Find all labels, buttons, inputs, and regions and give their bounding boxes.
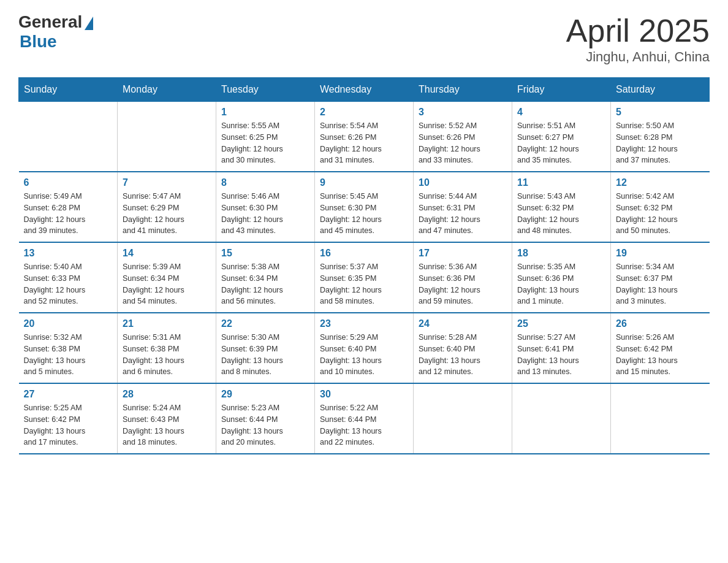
- day-info: Sunrise: 5:43 AM Sunset: 6:32 PM Dayligh…: [517, 191, 605, 237]
- day-number: 17: [419, 248, 507, 259]
- calendar-cell: 13Sunrise: 5:40 AM Sunset: 6:33 PM Dayli…: [19, 242, 118, 313]
- calendar-cell: 6Sunrise: 5:49 AM Sunset: 6:28 PM Daylig…: [19, 172, 118, 242]
- calendar-cell: 3Sunrise: 5:52 AM Sunset: 6:26 PM Daylig…: [414, 102, 512, 172]
- day-number: 13: [24, 248, 113, 259]
- day-number: 24: [419, 318, 507, 329]
- calendar-cell: 24Sunrise: 5:28 AM Sunset: 6:40 PM Dayli…: [414, 313, 512, 383]
- day-info: Sunrise: 5:24 AM Sunset: 6:43 PM Dayligh…: [123, 402, 211, 448]
- day-number: 27: [24, 389, 113, 400]
- day-info: Sunrise: 5:30 AM Sunset: 6:39 PM Dayligh…: [221, 332, 309, 378]
- weekday-header-thursday: Thursday: [414, 78, 512, 102]
- day-number: 1: [221, 107, 309, 118]
- calendar-cell: 16Sunrise: 5:37 AM Sunset: 6:35 PM Dayli…: [315, 242, 414, 313]
- calendar-cell: [414, 383, 512, 454]
- day-number: 30: [320, 389, 408, 400]
- day-info: Sunrise: 5:55 AM Sunset: 6:25 PM Dayligh…: [221, 120, 309, 166]
- day-number: 21: [123, 318, 211, 329]
- day-info: Sunrise: 5:44 AM Sunset: 6:31 PM Dayligh…: [419, 191, 507, 237]
- calendar-cell: 23Sunrise: 5:29 AM Sunset: 6:40 PM Dayli…: [315, 313, 414, 383]
- day-info: Sunrise: 5:31 AM Sunset: 6:38 PM Dayligh…: [123, 332, 211, 378]
- day-number: 8: [221, 177, 309, 188]
- calendar-cell: 5Sunrise: 5:50 AM Sunset: 6:28 PM Daylig…: [611, 102, 710, 172]
- day-number: 6: [24, 177, 113, 188]
- day-number: 5: [616, 107, 705, 118]
- day-info: Sunrise: 5:29 AM Sunset: 6:40 PM Dayligh…: [320, 332, 408, 378]
- day-number: 12: [616, 177, 705, 188]
- day-info: Sunrise: 5:46 AM Sunset: 6:30 PM Dayligh…: [221, 191, 309, 237]
- day-number: 4: [517, 107, 605, 118]
- day-number: 20: [24, 318, 113, 329]
- day-number: 26: [616, 318, 705, 329]
- calendar-cell: 17Sunrise: 5:36 AM Sunset: 6:36 PM Dayli…: [414, 242, 512, 313]
- weekday-header-sunday: Sunday: [19, 78, 118, 102]
- calendar-body: 1Sunrise: 5:55 AM Sunset: 6:25 PM Daylig…: [19, 102, 710, 454]
- calendar-cell: 21Sunrise: 5:31 AM Sunset: 6:38 PM Dayli…: [118, 313, 216, 383]
- calendar-cell: 7Sunrise: 5:47 AM Sunset: 6:29 PM Daylig…: [118, 172, 216, 242]
- calendar-week-row: 20Sunrise: 5:32 AM Sunset: 6:38 PM Dayli…: [19, 313, 710, 383]
- day-info: Sunrise: 5:40 AM Sunset: 6:33 PM Dayligh…: [24, 261, 113, 307]
- calendar-cell: 1Sunrise: 5:55 AM Sunset: 6:25 PM Daylig…: [216, 102, 315, 172]
- calendar-table: SundayMondayTuesdayWednesdayThursdayFrid…: [18, 77, 710, 454]
- weekday-header-friday: Friday: [512, 78, 611, 102]
- day-info: Sunrise: 5:28 AM Sunset: 6:40 PM Dayligh…: [419, 332, 507, 378]
- day-info: Sunrise: 5:45 AM Sunset: 6:30 PM Dayligh…: [320, 191, 408, 237]
- day-info: Sunrise: 5:52 AM Sunset: 6:26 PM Dayligh…: [419, 120, 507, 166]
- day-info: Sunrise: 5:37 AM Sunset: 6:35 PM Dayligh…: [320, 261, 408, 307]
- calendar-week-row: 27Sunrise: 5:25 AM Sunset: 6:42 PM Dayli…: [19, 383, 710, 454]
- weekday-header-saturday: Saturday: [611, 78, 710, 102]
- calendar-cell: 11Sunrise: 5:43 AM Sunset: 6:32 PM Dayli…: [512, 172, 611, 242]
- day-info: Sunrise: 5:54 AM Sunset: 6:26 PM Dayligh…: [320, 120, 408, 166]
- calendar-cell: 2Sunrise: 5:54 AM Sunset: 6:26 PM Daylig…: [315, 102, 414, 172]
- day-info: Sunrise: 5:39 AM Sunset: 6:34 PM Dayligh…: [123, 261, 211, 307]
- calendar-header: SundayMondayTuesdayWednesdayThursdayFrid…: [19, 78, 710, 102]
- day-number: 9: [320, 177, 408, 188]
- calendar-cell: 29Sunrise: 5:23 AM Sunset: 6:44 PM Dayli…: [216, 383, 315, 454]
- day-info: Sunrise: 5:47 AM Sunset: 6:29 PM Dayligh…: [123, 191, 211, 237]
- weekday-header-tuesday: Tuesday: [216, 78, 315, 102]
- calendar-cell: 4Sunrise: 5:51 AM Sunset: 6:27 PM Daylig…: [512, 102, 611, 172]
- day-number: 19: [616, 248, 705, 259]
- calendar-week-row: 1Sunrise: 5:55 AM Sunset: 6:25 PM Daylig…: [19, 102, 710, 172]
- calendar-cell: [19, 102, 118, 172]
- logo-triangle-icon: [85, 17, 93, 30]
- calendar-week-row: 6Sunrise: 5:49 AM Sunset: 6:28 PM Daylig…: [19, 172, 710, 242]
- day-info: Sunrise: 5:50 AM Sunset: 6:28 PM Dayligh…: [616, 120, 705, 166]
- logo-general-text: General: [18, 12, 82, 32]
- day-number: 15: [221, 248, 309, 259]
- day-info: Sunrise: 5:49 AM Sunset: 6:28 PM Dayligh…: [24, 191, 113, 237]
- day-number: 25: [517, 318, 605, 329]
- day-info: Sunrise: 5:32 AM Sunset: 6:38 PM Dayligh…: [24, 332, 113, 378]
- day-number: 28: [123, 389, 211, 400]
- day-info: Sunrise: 5:35 AM Sunset: 6:36 PM Dayligh…: [517, 261, 605, 307]
- calendar-cell: 14Sunrise: 5:39 AM Sunset: 6:34 PM Dayli…: [118, 242, 216, 313]
- day-info: Sunrise: 5:25 AM Sunset: 6:42 PM Dayligh…: [24, 402, 113, 448]
- day-number: 7: [123, 177, 211, 188]
- calendar-cell: 12Sunrise: 5:42 AM Sunset: 6:32 PM Dayli…: [611, 172, 710, 242]
- day-number: 10: [419, 177, 507, 188]
- calendar-subtitle: Jinghu, Anhui, China: [566, 49, 710, 65]
- day-info: Sunrise: 5:51 AM Sunset: 6:27 PM Dayligh…: [517, 120, 605, 166]
- calendar-cell: 25Sunrise: 5:27 AM Sunset: 6:41 PM Dayli…: [512, 313, 611, 383]
- calendar-cell: [512, 383, 611, 454]
- calendar-cell: 26Sunrise: 5:26 AM Sunset: 6:42 PM Dayli…: [611, 313, 710, 383]
- calendar-cell: 10Sunrise: 5:44 AM Sunset: 6:31 PM Dayli…: [414, 172, 512, 242]
- day-info: Sunrise: 5:36 AM Sunset: 6:36 PM Dayligh…: [419, 261, 507, 307]
- day-info: Sunrise: 5:38 AM Sunset: 6:34 PM Dayligh…: [221, 261, 309, 307]
- weekday-header-wednesday: Wednesday: [315, 78, 414, 102]
- day-info: Sunrise: 5:27 AM Sunset: 6:41 PM Dayligh…: [517, 332, 605, 378]
- calendar-cell: 19Sunrise: 5:34 AM Sunset: 6:37 PM Dayli…: [611, 242, 710, 313]
- logo: General Blue: [18, 12, 93, 52]
- weekday-header-row: SundayMondayTuesdayWednesdayThursdayFrid…: [19, 78, 710, 102]
- day-number: 22: [221, 318, 309, 329]
- day-info: Sunrise: 5:42 AM Sunset: 6:32 PM Dayligh…: [616, 191, 705, 237]
- title-section: April 2025 Jinghu, Anhui, China: [566, 12, 710, 65]
- weekday-header-monday: Monday: [118, 78, 216, 102]
- calendar-title: April 2025: [566, 12, 710, 49]
- day-info: Sunrise: 5:34 AM Sunset: 6:37 PM Dayligh…: [616, 261, 705, 307]
- day-number: 3: [419, 107, 507, 118]
- calendar-cell: [611, 383, 710, 454]
- page-header: General Blue April 2025 Jinghu, Anhui, C…: [18, 12, 710, 65]
- calendar-cell: 27Sunrise: 5:25 AM Sunset: 6:42 PM Dayli…: [19, 383, 118, 454]
- calendar-cell: 9Sunrise: 5:45 AM Sunset: 6:30 PM Daylig…: [315, 172, 414, 242]
- calendar-cell: 8Sunrise: 5:46 AM Sunset: 6:30 PM Daylig…: [216, 172, 315, 242]
